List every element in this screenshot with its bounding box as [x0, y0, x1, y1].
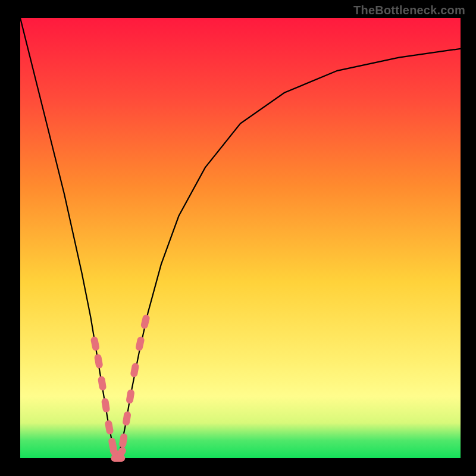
- marker-dot: [137, 340, 143, 347]
- watermark-label: TheBottleneck.com: [353, 4, 465, 17]
- marker-dot: [131, 367, 138, 374]
- marker-dot: [117, 450, 124, 457]
- outer-frame: TheBottleneck.com: [0, 0, 476, 476]
- marker-dot: [95, 358, 102, 365]
- highlight-markers: [90, 314, 151, 462]
- marker-dot: [124, 415, 130, 422]
- marker-dot: [102, 402, 109, 409]
- marker-dot: [92, 340, 98, 347]
- marker-dot: [127, 393, 134, 400]
- marker-dot: [106, 424, 112, 431]
- curve-layer: [20, 18, 461, 458]
- marker-dot: [142, 318, 149, 325]
- marker-dot: [99, 380, 105, 387]
- marker-dot: [120, 437, 127, 444]
- bottleneck-curve: [20, 18, 461, 458]
